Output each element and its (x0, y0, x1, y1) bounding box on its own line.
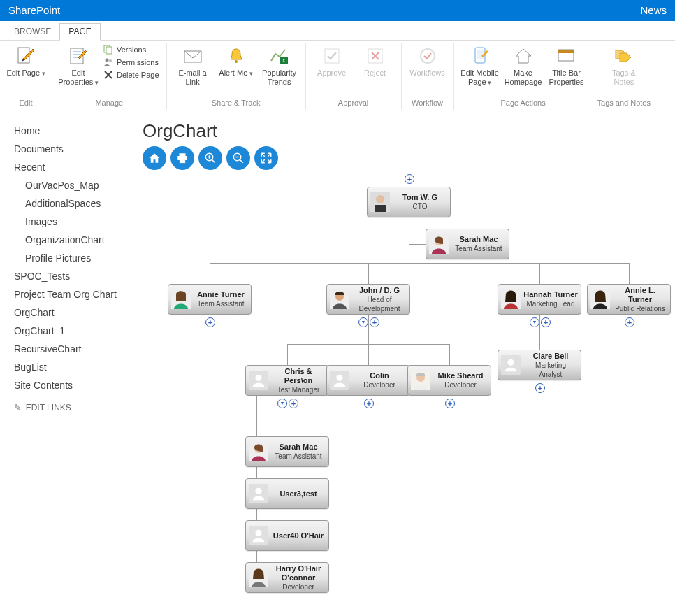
home-button[interactable] (143, 146, 166, 170)
sidebar-item-orgchart[interactable]: OrgChart (14, 303, 134, 322)
sidebar-item-ourvacpos[interactable]: OurVacPos_Map (14, 176, 134, 194)
sidebar-item-buglist[interactable]: BugList (14, 358, 134, 376)
svg-point-57 (255, 488, 261, 494)
edit-mobile-page-button[interactable]: Edit Mobile Page (458, 43, 502, 89)
email-link-button[interactable]: E-mail a Link (171, 43, 215, 88)
avatar (501, 289, 521, 309)
make-homepage-button[interactable]: Make Homepage (502, 43, 545, 88)
node-user3[interactable]: User3,test (245, 478, 329, 509)
expand-button[interactable] (370, 317, 379, 327)
expand-button[interactable] (364, 399, 374, 408)
fullscreen-button[interactable] (254, 146, 278, 170)
sidebar-item-documents[interactable]: Documents (14, 140, 134, 158)
avatar-placeholder (249, 371, 268, 390)
node-clare[interactable]: Clare BellMarketing Analyst (498, 350, 581, 380)
avatar-placeholder (249, 484, 268, 503)
svg-text:X: X (282, 58, 285, 63)
avatar-placeholder (249, 526, 268, 545)
sidebar-item-images[interactable]: Images (14, 213, 134, 231)
expand-up-button[interactable] (405, 174, 414, 184)
node-annie-l[interactable]: Annie L. TurnerPublic Relations (587, 284, 671, 315)
svg-point-52 (336, 375, 342, 381)
home-icon (512, 45, 535, 67)
workflows-button[interactable]: Workflows (406, 43, 449, 79)
collapse-button[interactable] (530, 317, 539, 327)
avatar-placeholder (501, 355, 521, 375)
node-hannah[interactable]: Hannah TurnerMarketing Lead (498, 284, 581, 315)
sidebar-item-home[interactable]: Home (14, 122, 134, 140)
home-icon (148, 152, 161, 164)
svg-point-12 (235, 60, 238, 63)
node-chris[interactable]: Chris & Pers\onTest Manager (245, 365, 329, 396)
sidebar-item-spoc-tests[interactable]: SPOC_Tests (14, 267, 134, 285)
collapse-button[interactable] (358, 317, 368, 327)
expand-button[interactable] (541, 317, 551, 327)
expand-button[interactable] (625, 317, 634, 327)
sidebar-item-site-contents[interactable]: Site Contents (14, 376, 134, 394)
ribbon-group-workflow: Workflows Workflow (402, 43, 454, 110)
svg-point-7 (106, 59, 109, 62)
node-annie[interactable]: Annie TurnerTeam Assistant (168, 284, 252, 315)
delete-icon (103, 69, 114, 80)
tab-page[interactable]: PAGE (59, 23, 100, 41)
group-label: Approval (338, 97, 368, 110)
expand-button[interactable] (289, 399, 298, 408)
svg-marker-22 (516, 49, 531, 63)
orgchart-canvas[interactable]: Tom W. GCTO Sarah MacTeam Assistant Anni… (143, 174, 674, 616)
orgchart-toolbar (143, 146, 675, 170)
edit-links-button[interactable]: ✎ EDIT LINKS (14, 403, 134, 413)
alert-me-button[interactable]: Alert Me (215, 43, 258, 80)
permissions-button[interactable]: Permissions (100, 56, 162, 69)
node-mike[interactable]: Mike SheardDeveloper (407, 365, 491, 396)
popularity-trends-button[interactable]: X Popularity Trends (258, 43, 301, 88)
page-content: OrgChart (140, 110, 675, 616)
sidebar-item-additionalspaces[interactable]: AdditionalSpaces (14, 194, 134, 213)
versions-icon (103, 44, 114, 55)
svg-line-31 (212, 159, 215, 163)
node-sarah2[interactable]: Sarah MacTeam Assistant (245, 436, 329, 467)
sidebar-item-profilepictures[interactable]: Profile Pictures (14, 249, 134, 267)
node-harry[interactable]: Harry O'Hair O'connorDeveloper (245, 562, 329, 593)
node-user40[interactable]: User40 O'Hair (245, 520, 329, 551)
group-label: Share & Track (212, 97, 261, 110)
versions-button[interactable]: Versions (100, 43, 162, 56)
approve-button[interactable]: Approve (310, 43, 354, 79)
tags-notes-button[interactable]: Tags & Notes (602, 43, 646, 88)
expand-button[interactable] (205, 317, 215, 327)
expand-button[interactable] (445, 399, 455, 408)
svg-point-58 (255, 530, 261, 536)
svg-point-51 (255, 375, 261, 381)
reject-button[interactable]: Reject (354, 43, 397, 79)
tab-browse[interactable]: BROWSE (6, 24, 59, 40)
node-john[interactable]: John / D. GHead of Development (326, 284, 410, 315)
edit-page-button[interactable]: Edit Page (4, 43, 48, 80)
avatar-placeholder (330, 371, 349, 390)
collapse-button[interactable] (277, 399, 287, 408)
edit-properties-button[interactable]: Edit Properties (57, 43, 100, 89)
svg-point-38 (376, 195, 384, 203)
sidebar-item-organizationchart[interactable]: OrganizationChart (14, 231, 134, 249)
node-sarah-assistant[interactable]: Sarah MacTeam Assistant (426, 229, 509, 259)
ribbon-tabs: BROWSE PAGE (0, 21, 675, 41)
edit-page-icon (15, 45, 37, 67)
sidebar-item-recursivechart[interactable]: RecursiveChart (14, 340, 134, 358)
permissions-icon (103, 57, 114, 68)
ribbon: Edit Page Edit Edit Properties Versions … (0, 41, 675, 110)
sidebar-item-recent[interactable]: Recent (14, 158, 134, 176)
zoom-out-button[interactable] (226, 146, 250, 170)
quick-launch-sidebar: Home Documents Recent OurVacPos_Map Addi… (0, 110, 140, 616)
page-title: OrgChart (143, 120, 675, 142)
bell-icon (225, 45, 247, 67)
title-bar-properties-button[interactable]: Title Bar Properties (545, 43, 588, 88)
zoom-in-button[interactable] (198, 146, 222, 170)
node-colin[interactable]: ColinDeveloper (326, 365, 410, 396)
expand-icon (260, 152, 273, 164)
sidebar-item-orgchart-1[interactable]: OrgChart_1 (14, 322, 134, 340)
delete-page-button[interactable]: Delete Page (100, 69, 162, 81)
print-button[interactable] (170, 146, 194, 170)
sidebar-item-project-team-org-chart[interactable]: Project Team Org Chart (14, 285, 134, 303)
ribbon-group-page-actions: Edit Mobile Page Make Homepage Title Bar… (454, 43, 593, 110)
newsfeed-link[interactable]: News (640, 0, 667, 21)
node-tom[interactable]: Tom W. GCTO (367, 187, 451, 217)
expand-button[interactable] (535, 383, 545, 393)
